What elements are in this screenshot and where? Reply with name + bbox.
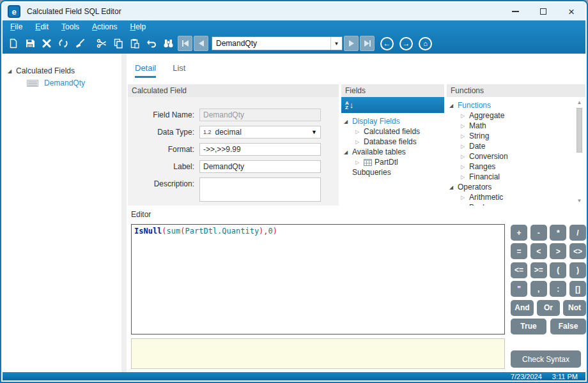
op-not-equal-button[interactable]: <> bbox=[569, 243, 586, 259]
back-button[interactable]: ← bbox=[380, 37, 394, 50]
undo-icon[interactable] bbox=[143, 35, 160, 52]
tree-collapsed-icon[interactable]: ▷ bbox=[461, 123, 469, 129]
search-icon[interactable] bbox=[160, 35, 176, 52]
op-quote-button[interactable]: " bbox=[511, 281, 527, 297]
tree-item-demandqty[interactable]: DemandQty bbox=[27, 79, 121, 87]
tree-item-financial[interactable]: ▷ Financial bbox=[447, 172, 585, 182]
tree-collapsed-icon[interactable]: ▷ bbox=[461, 133, 469, 139]
fields-sort-bar[interactable]: AZ ↓ bbox=[341, 97, 444, 113]
tree-collapsed-icon[interactable]: ▷ bbox=[461, 154, 469, 160]
copy-icon[interactable] bbox=[110, 35, 127, 52]
scrollbar-thumb[interactable] bbox=[576, 108, 582, 153]
op-greater-than-button[interactable]: > bbox=[550, 243, 566, 259]
tree-collapsed-icon[interactable]: ▷ bbox=[461, 144, 469, 149]
next-record-button[interactable] bbox=[344, 36, 359, 51]
scroll-down-icon[interactable]: ▼ bbox=[577, 198, 582, 204]
save-icon[interactable] bbox=[22, 35, 38, 52]
op-comma-button[interactable]: , bbox=[530, 281, 547, 297]
menu-actions[interactable]: Actions bbox=[86, 22, 123, 31]
tree-collapsed-icon[interactable]: ▷ bbox=[461, 164, 469, 170]
home-button[interactable]: ⌂ bbox=[419, 37, 432, 50]
tab-detail[interactable]: Detail bbox=[135, 63, 156, 78]
cut-icon[interactable] bbox=[93, 35, 110, 52]
sql-editor-input[interactable]: IsNull(sum(PartDtl.Quantity),0) bbox=[131, 224, 505, 334]
close-button[interactable]: × bbox=[557, 3, 585, 20]
tree-collapsed-icon[interactable]: ▷ bbox=[355, 129, 364, 135]
menu-help[interactable]: Help bbox=[123, 22, 152, 31]
tree-item-aggregate[interactable]: ▷ Aggregate bbox=[447, 110, 585, 121]
op-greater-equal-button[interactable]: >= bbox=[530, 262, 547, 278]
op-divide-button[interactable]: / bbox=[569, 225, 586, 241]
data-type-dropdown[interactable]: 1.2 decimal ▼ bbox=[199, 126, 321, 139]
op-less-equal-button[interactable]: <= bbox=[511, 262, 527, 278]
paste-icon[interactable] bbox=[127, 35, 143, 52]
op-not-button[interactable]: Not bbox=[563, 300, 586, 316]
tree-item-operators[interactable]: ◢ Operators bbox=[447, 182, 585, 192]
op-false-button[interactable]: False bbox=[550, 319, 586, 334]
tree-collapsed-icon[interactable]: ▷ bbox=[461, 113, 469, 119]
tree-item-available-tables[interactable]: ◢ Available tables bbox=[341, 147, 444, 157]
minimize-button[interactable] bbox=[501, 3, 529, 20]
tree-item-partdtl[interactable]: ▷ PartDtl bbox=[341, 157, 444, 167]
tree-item-display-fields[interactable]: ◢ Display Fields bbox=[341, 116, 444, 126]
tree-item-ranges[interactable]: ▷ Ranges bbox=[447, 161, 585, 172]
op-equals-button[interactable]: = bbox=[511, 243, 527, 259]
op-and-button[interactable]: And bbox=[511, 300, 534, 316]
op-minus-button[interactable]: - bbox=[530, 225, 547, 241]
tree-item-calculated-fields[interactable]: ▷ Calculated fields bbox=[341, 126, 444, 137]
tree-expanded-icon[interactable]: ◢ bbox=[344, 119, 352, 124]
description-input[interactable] bbox=[199, 177, 321, 202]
tree-item-arithmetic[interactable]: ▷ Arithmetic bbox=[447, 192, 585, 202]
menu-toolbar-area: File Edit Tools Actions Help bbox=[3, 20, 585, 54]
menu-edit[interactable]: Edit bbox=[29, 22, 55, 31]
tree-item-date[interactable]: ▷ Date bbox=[447, 141, 585, 151]
previous-record-button[interactable] bbox=[194, 36, 208, 51]
clear-icon[interactable] bbox=[72, 35, 88, 52]
forward-button[interactable]: → bbox=[399, 37, 413, 50]
last-record-button[interactable] bbox=[360, 36, 375, 51]
tree-collapsed-icon[interactable]: ▷ bbox=[355, 139, 364, 145]
op-less-than-button[interactable]: < bbox=[530, 243, 547, 259]
tree-collapsed-icon[interactable]: ▷ bbox=[461, 205, 469, 206]
op-plus-button[interactable]: + bbox=[511, 225, 527, 241]
record-selector[interactable]: DemandQty ▼ bbox=[212, 36, 343, 50]
tree-root-calculated-fields[interactable]: ◢ Calculated Fields bbox=[8, 66, 121, 75]
op-or-button[interactable]: Or bbox=[537, 300, 560, 316]
op-multiply-button[interactable]: * bbox=[550, 225, 566, 241]
op-close-paren-button[interactable]: ) bbox=[569, 262, 586, 278]
tree-collapsed-icon[interactable]: ▷ bbox=[461, 195, 469, 200]
op-brackets-button[interactable]: [] bbox=[569, 281, 586, 297]
tab-list[interactable]: List bbox=[173, 63, 185, 78]
scroll-up-icon[interactable]: ▲ bbox=[577, 100, 582, 106]
op-open-paren-button[interactable]: ( bbox=[550, 262, 566, 278]
tree-item-conversion[interactable]: ▷ Conversion bbox=[447, 151, 585, 161]
tree-collapsed-icon[interactable]: ▷ bbox=[355, 160, 364, 165]
label-input[interactable]: DemandQty bbox=[199, 160, 321, 173]
tree-item-math[interactable]: ▷ Math bbox=[447, 121, 585, 131]
chevron-down-icon[interactable]: ▼ bbox=[311, 129, 317, 135]
tree-item-string[interactable]: ▷ String bbox=[447, 131, 585, 141]
tree-expanded-icon[interactable]: ◢ bbox=[449, 184, 458, 190]
check-syntax-button[interactable]: Check Syntax bbox=[511, 350, 581, 368]
format-input[interactable]: ->>,>>9.99 bbox=[199, 143, 321, 156]
menu-tools[interactable]: Tools bbox=[55, 22, 86, 31]
functions-scrollbar[interactable]: ▲ ▼ bbox=[575, 100, 584, 204]
menu-file[interactable]: File bbox=[4, 22, 29, 31]
first-record-button[interactable] bbox=[178, 36, 192, 51]
delete-icon[interactable] bbox=[38, 35, 55, 52]
op-colon-button[interactable]: : bbox=[550, 281, 566, 297]
tree-item-boolean[interactable]: ▷ Boolean bbox=[447, 202, 585, 206]
panel-splitter[interactable] bbox=[121, 54, 127, 373]
tree-expanded-icon[interactable]: ◢ bbox=[344, 149, 352, 155]
tree-expanded-icon[interactable]: ◢ bbox=[8, 68, 16, 74]
new-document-icon[interactable] bbox=[5, 35, 22, 52]
chevron-down-icon[interactable]: ▼ bbox=[330, 37, 342, 50]
tree-expanded-icon[interactable]: ◢ bbox=[449, 103, 458, 109]
tree-collapsed-icon[interactable]: ▷ bbox=[461, 174, 469, 180]
maximize-button[interactable] bbox=[529, 3, 557, 20]
op-true-button[interactable]: True bbox=[511, 319, 546, 334]
tree-item-subqueries[interactable]: Subqueries bbox=[341, 167, 444, 177]
tree-item-functions[interactable]: ◢ Functions bbox=[447, 100, 585, 110]
tree-item-database-fields[interactable]: ▷ Database fields bbox=[341, 137, 444, 147]
refresh-icon[interactable] bbox=[55, 35, 72, 52]
